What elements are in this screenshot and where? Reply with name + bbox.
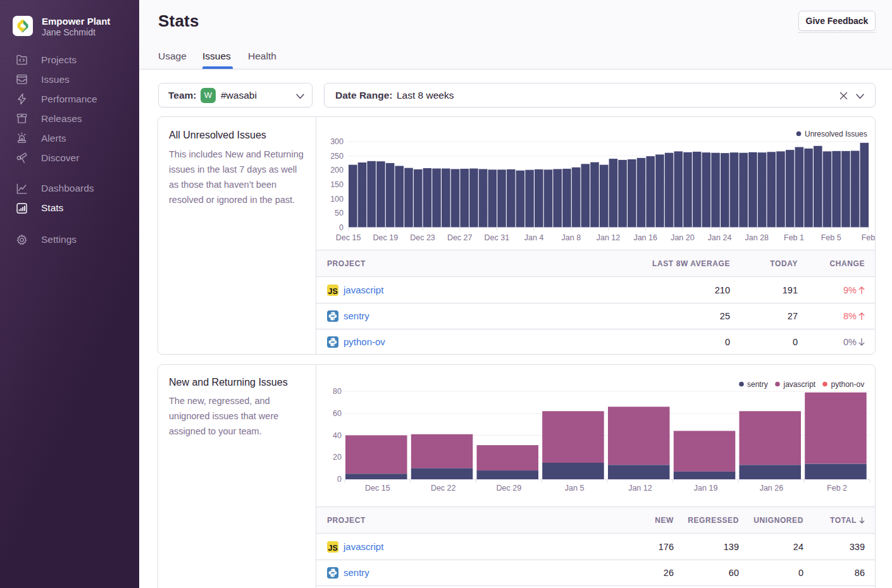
svg-text:JS: JS (328, 287, 338, 296)
svg-text:150: 150 (330, 180, 344, 189)
svg-text:Jan 4: Jan 4 (524, 233, 544, 242)
svg-text:250: 250 (330, 152, 344, 161)
svg-text:200: 200 (330, 166, 344, 175)
svg-text:Jan 24: Jan 24 (708, 233, 732, 242)
svg-text:Jan 19: Jan 19 (694, 484, 718, 493)
svg-text:60: 60 (333, 409, 342, 418)
svg-text:Feb 2: Feb 2 (827, 484, 847, 493)
svg-text:Feb: Feb (862, 233, 876, 242)
svg-text:50: 50 (335, 209, 344, 217)
svg-text:0: 0 (339, 223, 344, 232)
svg-text:80: 80 (333, 387, 342, 396)
svg-text:100: 100 (330, 195, 344, 204)
svg-text:sentry: sentry (747, 380, 768, 389)
svg-text:Jan 12: Jan 12 (597, 233, 621, 242)
svg-text:0: 0 (337, 475, 342, 484)
svg-text:Jan 26: Jan 26 (760, 484, 784, 493)
svg-text:Dec 19: Dec 19 (373, 233, 398, 242)
svg-text:Dec 23: Dec 23 (410, 233, 435, 242)
svg-text:20: 20 (333, 453, 342, 462)
svg-text:Jan 16: Jan 16 (633, 233, 657, 242)
svg-text:Jan 12: Jan 12 (628, 484, 652, 493)
svg-text:Jan 20: Jan 20 (671, 233, 695, 242)
svg-text:Feb 5: Feb 5 (821, 233, 841, 242)
svg-text:Jan 5: Jan 5 (565, 484, 585, 493)
svg-text:Dec 29: Dec 29 (497, 484, 522, 493)
svg-text:Dec 15: Dec 15 (336, 233, 361, 242)
svg-text:Dec 31: Dec 31 (485, 233, 510, 242)
svg-text:Dec 22: Dec 22 (431, 484, 456, 493)
svg-text:javascript: javascript (783, 380, 816, 389)
svg-text:Jan 28: Jan 28 (745, 233, 769, 242)
svg-text:300: 300 (330, 137, 344, 146)
svg-text:JS: JS (328, 544, 338, 553)
svg-text:Dec 27: Dec 27 (447, 233, 473, 242)
svg-text:Unresolved Issues: Unresolved Issues (805, 130, 867, 138)
svg-text:40: 40 (333, 431, 342, 440)
svg-text:Feb 1: Feb 1 (784, 233, 804, 242)
svg-text:python-ov: python-ov (831, 380, 865, 389)
svg-text:Dec 15: Dec 15 (365, 484, 390, 493)
svg-text:Jan 8: Jan 8 (562, 233, 581, 242)
